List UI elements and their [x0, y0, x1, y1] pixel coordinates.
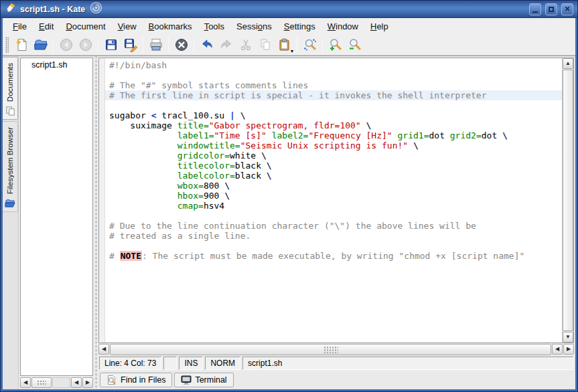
code-line[interactable]: windowtitle="Seismic Unix scripting is f…: [105, 140, 562, 151]
redo-icon: [219, 37, 234, 52]
code-line[interactable]: # treated as a single line.: [105, 231, 562, 241]
sidebar-tab-documents[interactable]: Documents: [3, 57, 18, 120]
code-line[interactable]: [105, 70, 562, 80]
scrollbar-track[interactable]: [52, 377, 70, 388]
maximize-button[interactable]: [545, 3, 557, 15]
code-line[interactable]: suximage title="Gabor spectrogram, fldr=…: [105, 120, 562, 130]
menu-document[interactable]: Document: [60, 19, 111, 33]
back-button[interactable]: [56, 36, 76, 54]
menu-tools[interactable]: Tools: [198, 19, 230, 33]
menu-bookmarks[interactable]: Bookmarks: [143, 19, 198, 33]
sidebar-tab-strip: Documents Filesystem Browser: [3, 56, 19, 389]
code-line[interactable]: #!/bin/bash: [105, 60, 562, 70]
close-document-button[interactable]: [171, 36, 191, 54]
documents-icon: [5, 106, 15, 116]
editor-vscrollbar[interactable]: ▲ ▼: [562, 58, 573, 342]
open-file-button[interactable]: [31, 36, 50, 54]
editor-column: #!/bin/bash# The "#" symbol starts comme…: [98, 56, 575, 389]
new-document-button[interactable]: [11, 36, 31, 54]
panel-splitter[interactable]: [94, 56, 98, 389]
toolbar-handle[interactable]: [5, 37, 9, 53]
open-folder-icon: [33, 37, 48, 52]
scroll-right-button[interactable]: ▶: [82, 377, 93, 388]
save-as-icon: [123, 37, 138, 52]
code-line[interactable]: titlecolor=black \: [105, 161, 562, 171]
scroll-right-button[interactable]: ▶: [563, 344, 574, 355]
redo-button[interactable]: [216, 36, 236, 54]
find-button[interactable]: [300, 36, 319, 54]
code-line[interactable]: # The first line in script is special - …: [105, 90, 562, 100]
save-button[interactable]: [101, 36, 121, 54]
menu-edit[interactable]: Edit: [33, 19, 60, 33]
titlebar[interactable]: script1.sh - Kate ✕: [1, 1, 577, 18]
close-button[interactable]: ✕: [561, 3, 573, 15]
code-line[interactable]: # Due to the line continuation character…: [105, 221, 562, 231]
scrollbar-thumb[interactable]: [31, 377, 52, 388]
code-line[interactable]: # The "#" symbol starts comments lines: [105, 80, 562, 90]
code-line[interactable]: wbox=800 \: [105, 181, 562, 191]
undo-icon: [200, 37, 214, 52]
tab-find-in-files[interactable]: Find in Files: [100, 373, 172, 387]
zoom-in-icon: [328, 37, 343, 52]
code-line[interactable]: label1="Time [s]" label2="Frequency [Hz]…: [105, 130, 562, 140]
code-line[interactable]: hbox=900 \: [105, 191, 562, 201]
code-line[interactable]: [105, 211, 562, 221]
undo-button[interactable]: [197, 36, 216, 54]
code-line[interactable]: cmap=hsv4: [105, 201, 562, 211]
editor-icon-border[interactable]: [99, 58, 105, 342]
scroll-left-button[interactable]: ◀: [20, 377, 31, 388]
paste-dropdown-arrow: ▾: [291, 49, 293, 54]
toolbar-separator: [168, 37, 169, 52]
code-line[interactable]: [105, 241, 562, 251]
minimize-button[interactable]: [529, 3, 541, 15]
zoom-out-icon: [348, 37, 362, 52]
paste-button[interactable]: ▾: [275, 36, 294, 54]
menu-help[interactable]: Help: [364, 19, 394, 33]
document-list-item[interactable]: script1.sh: [21, 58, 92, 71]
print-button[interactable]: [146, 36, 165, 54]
scrollbar-thumb[interactable]: [563, 70, 573, 331]
menu-sessions[interactable]: Sessions: [230, 19, 278, 33]
menu-window[interactable]: Window: [321, 19, 364, 33]
copy-icon: [258, 37, 273, 52]
copy-button[interactable]: [255, 36, 275, 54]
document-list[interactable]: script1.sh: [20, 58, 93, 376]
zoom-out-button[interactable]: [345, 36, 364, 54]
code-line[interactable]: sugabor < tracl_100.su | \: [105, 110, 562, 120]
scrollbar-grip: [323, 346, 338, 353]
status-mode: NORM: [205, 357, 240, 370]
code-line[interactable]: # NOTE: The script must be made executab…: [105, 251, 562, 261]
editor-hscrollbar[interactable]: ◀ ◀ ▶: [98, 344, 574, 355]
scroll-left-button[interactable]: ◀: [98, 344, 109, 355]
status-blank: [163, 357, 177, 370]
forward-button[interactable]: [76, 36, 95, 54]
menu-settings[interactable]: Settings: [278, 19, 321, 33]
code-line[interactable]: labelcolor=black \: [105, 171, 562, 181]
kde-gear-logo: [89, 1, 103, 17]
bottom-tool-tabs: Find in Files Terminal: [98, 371, 574, 389]
statusbar: Line: 4 Col: 73 INS NORM script1.sh: [98, 355, 574, 371]
save-as-button[interactable]: [121, 36, 140, 54]
scroll-down-button[interactable]: ▼: [563, 332, 573, 342]
toolbar-separator: [53, 37, 54, 52]
menu-file[interactable]: File: [7, 19, 33, 33]
text-editor[interactable]: #!/bin/bash# The "#" symbol starts comme…: [105, 58, 562, 342]
tab-terminal[interactable]: Terminal: [174, 373, 233, 387]
window-content: File Edit Document View Bookmarks Tools …: [3, 18, 575, 389]
scroll-left-button[interactable]: ◀: [552, 344, 563, 355]
menu-view[interactable]: View: [112, 19, 143, 33]
scroll-up-button[interactable]: ▲: [563, 58, 573, 69]
status-line-col: Line: 4 Col: 73: [99, 357, 161, 370]
back-icon: [59, 37, 74, 52]
document-list-hscrollbar[interactable]: ◀ ◀ ▶: [20, 377, 93, 388]
scrollbar-thumb[interactable]: [110, 344, 551, 355]
code-line[interactable]: gridcolor=white \: [105, 151, 562, 161]
code-line[interactable]: [105, 100, 562, 110]
sidebar-tab-filesystem-browser[interactable]: Filesystem Browser: [3, 121, 18, 211]
cut-button[interactable]: [236, 36, 255, 54]
zoom-in-button[interactable]: [326, 36, 345, 54]
scroll-left-button[interactable]: ◀: [71, 377, 82, 388]
menubar: File Edit Document View Bookmarks Tools …: [3, 18, 575, 35]
window-title: script1.sh - Kate: [20, 5, 85, 14]
paste-icon: [277, 37, 292, 52]
